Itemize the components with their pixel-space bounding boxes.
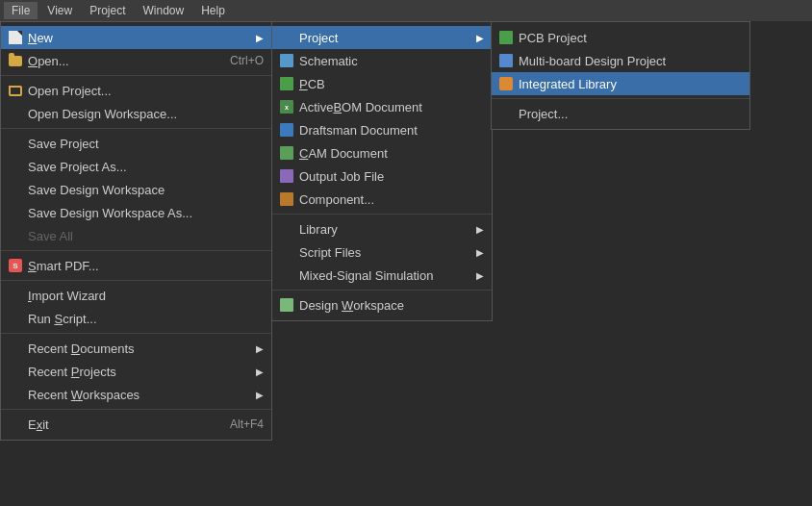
- submenu-item-component[interactable]: Component...: [272, 188, 492, 211]
- menu-item-open-design-workspace[interactable]: Open Design Workspace...: [1, 102, 271, 125]
- output-job-label: Output Job File: [299, 169, 384, 184]
- menu-item-smart-pdf[interactable]: S Smart PDF...: [1, 254, 271, 277]
- save-design-workspace-as-label: Save Design Workspace As...: [28, 206, 192, 220]
- run-script-label: Run Script...: [28, 312, 97, 326]
- menubar-project[interactable]: Project: [82, 2, 133, 19]
- open-project-icon: [7, 82, 24, 99]
- menu-item-open-project[interactable]: Open Project...: [1, 79, 271, 102]
- sep5: [1, 333, 271, 334]
- integrated-library-label: Integrated Library: [519, 77, 617, 91]
- submenu-item-library[interactable]: Library ▶: [272, 217, 492, 240]
- output-job-icon: [278, 167, 295, 185]
- menubar-file[interactable]: File: [4, 2, 38, 19]
- recent-documents-label: Recent Documents: [28, 342, 135, 356]
- schematic-icon: [278, 52, 295, 69]
- library-label: Library: [299, 222, 338, 237]
- submenu-item-design-workspace[interactable]: Design Workspace: [272, 293, 492, 316]
- recent-workspaces-label: Recent Workspaces: [28, 388, 140, 402]
- menu-item-new[interactable]: New ▶: [1, 26, 271, 49]
- menu-item-run-script[interactable]: Run Script...: [1, 307, 271, 330]
- menu-item-import-wizard[interactable]: Import Wizard: [1, 284, 271, 307]
- open-shortcut: Ctrl+O: [211, 54, 264, 67]
- menu-item-recent-workspaces[interactable]: Recent Workspaces ▶: [1, 383, 271, 406]
- l3-item-multiboard[interactable]: Multi-board Design Project: [492, 49, 749, 72]
- open-label: Open...: [28, 54, 69, 68]
- menu-item-save-design-workspace[interactable]: Save Design Workspace: [1, 178, 271, 201]
- pcb-label: PCB: [299, 77, 325, 91]
- submenu-item-draftsman[interactable]: Draftsman Document: [272, 118, 492, 141]
- submenu-item-pcb[interactable]: PCB: [272, 72, 492, 95]
- library-arrow: ▶: [476, 224, 484, 235]
- project-dots-label: Project...: [519, 107, 568, 121]
- menubar: File View Project Window Help: [0, 0, 812, 21]
- design-workspace-icon: [278, 296, 295, 314]
- activebom-label: ActiveBOM Document: [299, 100, 422, 114]
- submenu-item-script-files[interactable]: Script Files ▶: [272, 240, 492, 264]
- menu-item-recent-projects[interactable]: Recent Projects ▶: [1, 360, 271, 383]
- mixed-signal-arrow: ▶: [476, 270, 484, 281]
- menubar-view[interactable]: View: [39, 2, 80, 19]
- pcb-icon: [278, 75, 295, 92]
- open-icon: [7, 52, 24, 69]
- recent-projects-arrow: ▶: [256, 367, 264, 377]
- submenu-item-cam[interactable]: CAM Document: [272, 141, 492, 164]
- submenu-item-project[interactable]: Project ▶: [272, 26, 492, 49]
- menu-item-exit[interactable]: Exit Alt+F4: [1, 413, 271, 436]
- project-project-submenu: PCB Project Multi-board Design Project I…: [491, 21, 750, 130]
- design-workspace-label: Design Workspace: [299, 298, 404, 313]
- save-project-label: Save Project: [28, 137, 99, 151]
- draftsman-label: Draftsman Document: [299, 123, 418, 138]
- sep3: [1, 250, 271, 251]
- draftsman-icon: [278, 121, 295, 139]
- new-submenu: Project ▶ Schematic PCB x ActiveBOM Docu…: [271, 21, 493, 321]
- save-project-as-label: Save Project As...: [28, 160, 127, 174]
- sep4: [1, 280, 271, 281]
- recent-projects-label: Recent Projects: [28, 365, 116, 379]
- schematic-label: Schematic: [299, 54, 358, 68]
- menu-item-open[interactable]: Open... Ctrl+O: [1, 49, 271, 72]
- menu-item-save-all[interactable]: Save All: [1, 224, 271, 247]
- submenu-item-mixed-signal[interactable]: Mixed-Signal Simulation ▶: [272, 264, 492, 287]
- l2-sep2: [272, 290, 492, 291]
- integrated-library-icon: [497, 75, 515, 92]
- exit-shortcut: Alt+F4: [211, 417, 264, 431]
- l3-item-integrated-library[interactable]: Integrated Library: [492, 72, 749, 95]
- open-design-workspace-label: Open Design Workspace...: [28, 107, 177, 121]
- new-label: New: [28, 31, 53, 45]
- submenu-item-schematic[interactable]: Schematic: [272, 49, 492, 72]
- smart-pdf-label: Smart PDF...: [28, 259, 99, 273]
- exit-label: Exit: [28, 417, 49, 432]
- cam-label: CAM Document: [299, 146, 388, 161]
- l3-sep1: [492, 98, 749, 99]
- menu-item-save-project[interactable]: Save Project: [1, 132, 271, 155]
- sep2: [1, 128, 271, 129]
- multiboard-label: Multi-board Design Project: [519, 54, 666, 68]
- submenu-item-activebom[interactable]: x ActiveBOM Document: [272, 95, 492, 118]
- pcb-project-icon: [497, 29, 515, 46]
- import-wizard-label: Import Wizard: [28, 289, 106, 303]
- open-project-label: Open Project...: [28, 84, 112, 98]
- script-files-label: Script Files: [299, 245, 361, 260]
- menubar-window[interactable]: Window: [136, 2, 192, 19]
- pcb-project-label: PCB Project: [519, 31, 587, 45]
- mixed-signal-label: Mixed-Signal Simulation: [299, 268, 433, 283]
- recent-workspaces-arrow: ▶: [256, 390, 264, 400]
- activebom-icon: x: [278, 98, 295, 115]
- menu-item-recent-documents[interactable]: Recent Documents ▶: [1, 337, 271, 360]
- project-label: Project: [299, 31, 338, 45]
- cam-icon: [278, 144, 295, 162]
- new-arrow: ▶: [256, 33, 264, 43]
- menu-item-save-project-as[interactable]: Save Project As...: [1, 155, 271, 178]
- smart-pdf-icon: S: [7, 257, 24, 274]
- l3-item-project-dots[interactable]: Project...: [492, 102, 749, 125]
- menu-item-save-design-workspace-as[interactable]: Save Design Workspace As...: [1, 201, 271, 224]
- new-icon: [7, 29, 24, 46]
- sep1: [1, 75, 271, 76]
- menubar-help[interactable]: Help: [193, 2, 233, 19]
- submenu-item-output-job[interactable]: Output Job File: [272, 164, 492, 188]
- component-label: Component...: [299, 192, 374, 207]
- project-arrow: ▶: [476, 33, 484, 43]
- l3-item-pcb-project[interactable]: PCB Project: [492, 26, 749, 49]
- l2-sep1: [272, 214, 492, 215]
- save-design-workspace-label: Save Design Workspace: [28, 183, 165, 197]
